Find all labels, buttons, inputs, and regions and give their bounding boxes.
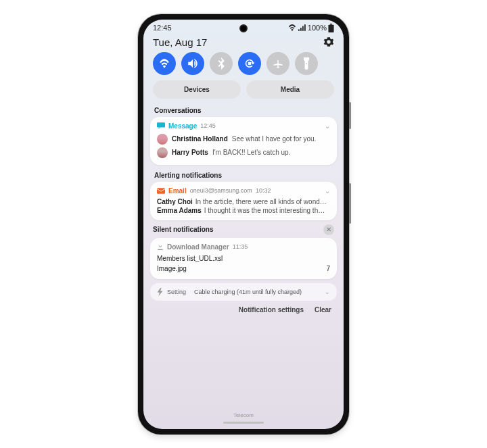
rotate-icon <box>244 57 256 70</box>
devices-button[interactable]: Devices <box>153 80 241 99</box>
svg-rect-2 <box>302 26 304 31</box>
email-icon <box>157 188 165 194</box>
gear-icon[interactable] <box>323 36 334 47</box>
bolt-icon <box>157 288 163 296</box>
alerting-label: Alerting notifications <box>143 169 344 182</box>
qs-rotate-toggle[interactable] <box>238 52 261 75</box>
screen: 12:45 100% Tue, Aug 17 <box>143 20 344 429</box>
app-name: Setting <box>167 289 186 295</box>
qs-sound-toggle[interactable] <box>181 52 204 75</box>
app-time: 12:45 <box>200 122 216 129</box>
qs-flashlight-toggle[interactable] <box>295 52 318 75</box>
panel-date: Tue, Aug 17 <box>153 36 207 48</box>
file-name: Image.jpg <box>157 265 187 272</box>
download-icon <box>157 243 164 250</box>
qs-wifi-toggle[interactable] <box>153 52 176 75</box>
signal-icon <box>298 24 306 31</box>
avatar <box>157 134 168 145</box>
sender: Cathy Choi <box>157 198 193 205</box>
download-row[interactable]: Image.jpg 7 <box>157 264 330 274</box>
status-icons: 100% <box>287 24 334 32</box>
svg-rect-7 <box>157 122 165 127</box>
app-name: Download Manager <box>167 243 229 251</box>
email-row[interactable]: Cathy Choi In the article, there were al… <box>157 197 330 206</box>
svg-rect-0 <box>298 29 300 30</box>
svg-rect-5 <box>328 24 333 32</box>
panel-footer: Notification settings Clear <box>143 305 344 315</box>
panel-header: Tue, Aug 17 <box>143 34 344 52</box>
sender: Christina Holland <box>172 135 228 143</box>
app-name: Message <box>168 122 197 130</box>
preview: See what I have got for you. <box>232 135 317 143</box>
email-card[interactable]: Email oneui3@samsung.com 10:32 ⌄ Cathy C… <box>150 182 337 220</box>
app-account: oneui3@samsung.com <box>190 187 252 194</box>
download-card[interactable]: Download Manager 11:35 Members list_UDL.… <box>150 238 337 279</box>
message-icon <box>157 122 165 129</box>
bluetooth-icon <box>217 57 225 70</box>
svg-rect-6 <box>248 61 252 65</box>
side-button <box>349 183 351 224</box>
media-button[interactable]: Media <box>246 80 334 99</box>
nav-handle[interactable] <box>223 422 264 424</box>
phone-frame: 12:45 100% Tue, Aug 17 <box>138 14 349 434</box>
wifi-icon <box>287 24 297 31</box>
preview: I'm BACK!! Let's catch up. <box>212 149 291 156</box>
sender: Emma Adams <box>157 207 202 214</box>
avatar <box>157 147 168 158</box>
silent-header: Silent notifications ✕ <box>153 224 334 235</box>
file-name: Members list_UDL.xsl <box>157 255 223 262</box>
carrier-label: Telecom <box>143 412 344 418</box>
email-row[interactable]: Emma Adams I thought it was the most int… <box>157 206 330 215</box>
notification-settings-button[interactable]: Notification settings <box>239 306 304 314</box>
conversation-card[interactable]: Message 12:45 ⌄ Christina Holland See wh… <box>150 117 337 165</box>
charging-text: Cable charging (41m until fully charged) <box>194 289 302 295</box>
svg-rect-1 <box>300 28 302 31</box>
status-time: 12:45 <box>153 24 172 32</box>
svg-rect-3 <box>304 24 306 31</box>
chevron-down-icon[interactable]: ⌄ <box>325 122 330 130</box>
app-time: 10:32 <box>256 187 271 194</box>
flashlight-icon <box>302 57 310 70</box>
svg-rect-4 <box>330 24 332 25</box>
airplane-icon <box>272 57 284 70</box>
conversation-row[interactable]: Harry Potts I'm BACK!! Let's catch up. <box>157 146 330 159</box>
preview: In the article, there were all kinds of … <box>195 198 327 205</box>
qs-airplane-toggle[interactable] <box>266 52 289 75</box>
app-time: 11:35 <box>233 243 248 250</box>
silent-label: Silent notifications <box>153 226 213 233</box>
conversations-label: Conversations <box>143 104 344 117</box>
chevron-down-icon[interactable]: ⌄ <box>325 187 330 195</box>
battery-pct: 100% <box>308 24 327 32</box>
close-icon[interactable]: ✕ <box>323 224 334 235</box>
conversation-row[interactable]: Christina Holland See what I have got fo… <box>157 132 330 146</box>
sound-icon <box>187 58 199 69</box>
battery-icon <box>328 24 334 32</box>
file-count: 7 <box>326 265 330 272</box>
svg-rect-8 <box>157 188 165 193</box>
quick-settings-row <box>143 52 344 80</box>
front-camera <box>239 24 248 32</box>
chevron-down-icon[interactable]: ⌄ <box>325 289 330 295</box>
app-name: Email <box>168 187 187 195</box>
wifi-icon <box>158 59 170 68</box>
sender: Harry Potts <box>172 149 208 156</box>
download-row[interactable]: Members list_UDL.xsl <box>157 253 330 264</box>
clear-button[interactable]: Clear <box>315 306 331 314</box>
side-button <box>349 102 351 129</box>
qs-bluetooth-toggle[interactable] <box>210 52 233 75</box>
panel-buttons: Devices Media <box>143 80 344 104</box>
preview: I thought it was the most interesting th… <box>204 207 325 214</box>
charging-card[interactable]: Setting Cable charging (41m until fully … <box>150 283 337 301</box>
